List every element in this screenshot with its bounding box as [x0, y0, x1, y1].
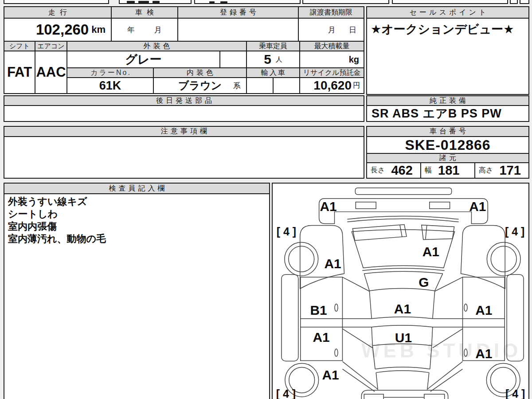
capacity-value: 5 人: [246, 51, 300, 68]
dimensions-header: 諸元: [366, 153, 529, 163]
mileage-value: 102,260 km: [4, 18, 112, 42]
car-headlight-left: [356, 202, 376, 209]
clipped-text-remnant: [153, 1, 160, 3]
clipped-top-row-box: [4, 0, 109, 4]
car-roof-antenna-strip: [355, 188, 451, 195]
clipped-text-remnant: [209, 1, 215, 3]
dimension-width: 幅 181: [420, 162, 475, 179]
car-wheel-front-right: [491, 246, 516, 272]
car-roof-side: [369, 291, 372, 319]
length-value: 462: [391, 163, 412, 178]
damage-mark: B1: [310, 303, 327, 317]
shift-value: FAT: [4, 51, 35, 94]
registration-no-value: [177, 18, 299, 42]
inspector-note-line: 室内内張傷: [8, 220, 266, 233]
car-cowl-vent-left: [352, 225, 407, 241]
car-center-band: [301, 325, 505, 327]
damage-mark: A1: [422, 244, 439, 259]
auction-sheet: 走行 車検 登録番号 譲渡書類期限 102,260 km 年 月 月 日 シフト…: [0, 0, 532, 399]
recycle-deposit-value: 10,620 円: [299, 77, 364, 94]
chassis-no-header: 車台番号: [366, 126, 529, 137]
genuine-equipment-header: 純正装備: [366, 95, 529, 106]
max-load-header: 最大積載量: [299, 41, 364, 51]
car-cowl-vent-left-line: [400, 225, 402, 237]
car-quarter-edge: [342, 369, 375, 391]
sales-points-header: セールスポイント: [366, 6, 529, 19]
door-handle-icon: [464, 304, 467, 311]
car-damage-diagram: A1 A1 A1 A1 G A1 B1 A1 A1 U1 A1 A1 [ 4 ]…: [273, 184, 528, 399]
car-cowl-arc: [364, 271, 442, 274]
imported-header: 輸入車: [246, 67, 300, 78]
clipped-top-row-box: [510, 0, 518, 4]
clipped-text-remnant: [127, 1, 135, 3]
capacity-unit: 人: [276, 55, 282, 64]
dimension-length: 長さ 462: [366, 162, 421, 179]
tire-grade-mark: [ 4 ]: [276, 387, 296, 399]
exterior-color-header: 外装色: [66, 41, 247, 51]
inspection-year-placeholder: 年: [127, 25, 135, 35]
recycle-deposit-header: リサイクル預託金: [299, 67, 364, 78]
inspection-month-placeholder: 月: [154, 25, 162, 35]
mileage-unit: km: [91, 24, 106, 35]
car-a-pillar: [435, 277, 463, 291]
aircon-value: AAC: [35, 51, 67, 94]
damage-mark: G: [419, 275, 429, 289]
door-handle-icon: [335, 349, 338, 356]
chassis-no-value: SKE-012866: [366, 136, 529, 154]
transfer-deadline-header: 譲渡書類期限: [298, 6, 364, 19]
car-trunk-arc: [375, 367, 430, 369]
car-right-front-fender: [461, 226, 505, 289]
clipped-top-row-box: [302, 0, 389, 4]
width-label: 幅: [425, 166, 432, 175]
damage-mark: A1: [394, 301, 411, 316]
exterior-color-sub-cell: [219, 51, 247, 68]
car-quarter-edge: [342, 361, 377, 389]
sales-points-value: ★オークションデビュー★: [366, 18, 529, 95]
car-front-bumper: [319, 199, 488, 224]
car-left-sill: [282, 274, 298, 361]
parts-later-value: [4, 105, 364, 122]
color-no-value: 61K: [66, 77, 154, 94]
dimension-height: 高さ 171: [474, 162, 529, 179]
width-value: 181: [438, 163, 459, 178]
car-windshield-side: [435, 274, 443, 291]
shift-header: シフト: [4, 41, 35, 51]
height-value: 171: [499, 163, 520, 178]
door-handle-icon: [335, 304, 338, 311]
clipped-top-row-box: [520, 0, 529, 4]
car-a-pillar: [342, 277, 369, 291]
inspector-note-line: 室内薄汚れ、動物の毛: [8, 233, 266, 245]
exterior-color-value: グレー: [66, 51, 220, 68]
car-quarter-edge: [430, 369, 463, 391]
color-no-header: カラーNo.: [66, 67, 154, 78]
parts-later-header: 後日発送部品: [4, 95, 364, 106]
car-trunk-arc: [376, 371, 429, 372]
height-label: 高さ: [479, 166, 493, 175]
car-wiper-arc: [347, 219, 458, 222]
damage-diagram-box: A1 A1 A1 A1 G A1 B1 A1 A1 U1 A1 A1 [ 4 ]…: [272, 183, 529, 399]
mileage-number: 102,260: [36, 21, 89, 38]
tire-grade-mark: [ 4 ]: [277, 225, 296, 238]
car-wheel-front-right: [487, 242, 520, 276]
recycle-deposit-unit: 円: [353, 81, 360, 90]
registration-no-header: 登録番号: [177, 6, 299, 19]
car-wheel-front-left: [289, 246, 314, 272]
clipped-top-row-box: [392, 0, 508, 4]
inspection-header: 車検: [111, 6, 178, 19]
cautions-value: [4, 136, 364, 179]
car-headlight-right: [430, 202, 450, 209]
watermark-text: WEB STUDIO PRO: [361, 340, 529, 362]
inspector-note-line: 外装うすい線キズ: [8, 196, 266, 208]
car-taillight-left: [364, 394, 383, 399]
car-trunk-side: [427, 372, 429, 390]
car-windshield-side: [364, 274, 369, 291]
recycle-deposit-number: 10,620: [313, 78, 352, 93]
inspector-note-line: シートしわ: [8, 208, 266, 220]
damage-mark: A1: [320, 199, 336, 214]
interior-color-suffix: 系: [233, 81, 241, 91]
imported-sub-cell: [273, 77, 300, 94]
car-cowl-vent-right-line: [426, 226, 427, 239]
car-quarter-edge: [428, 361, 463, 389]
clipped-text-remnant: [138, 1, 149, 3]
car-wheel-front-left: [285, 242, 318, 276]
